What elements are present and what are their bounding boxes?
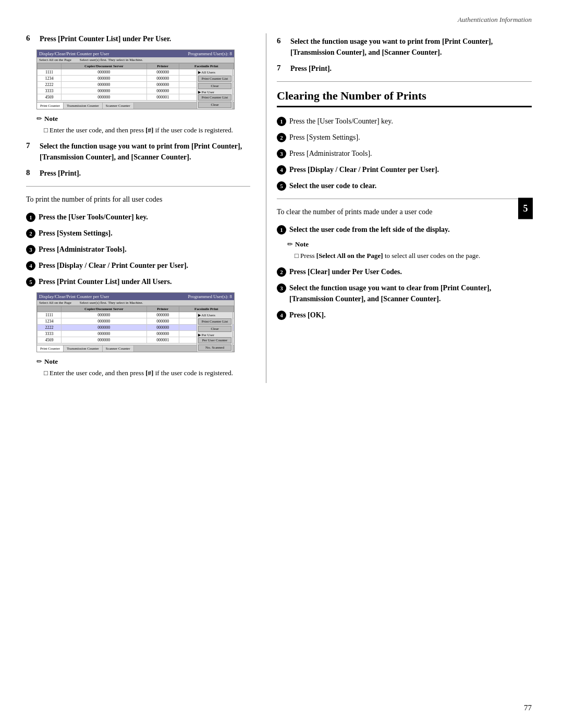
right-step-6-text: Select the function usage you want to pr… bbox=[290, 36, 532, 58]
note-box-2: ✏ Note Enter the user code, and then pre… bbox=[36, 357, 250, 378]
left-sub-step-4: 4 Press [Display / Clear / Print Counter… bbox=[26, 260, 250, 271]
right-step-7-number: 7 bbox=[277, 64, 288, 72]
note-text-right: Press [Select All on the Page] to select… bbox=[287, 251, 532, 261]
right-main-step-4: 4 Press [Display / Clear / Print Counter… bbox=[277, 164, 532, 175]
ui-screenshot-1: Display/Clear/Print Counter per User Pro… bbox=[36, 50, 235, 109]
right-sub-3-num: 3 bbox=[277, 283, 286, 293]
step-6-block: 6 Press [Print Counter List] under Per U… bbox=[26, 33, 250, 109]
left-sub-step-1-num: 1 bbox=[26, 213, 35, 222]
note-icon-right: ✏ bbox=[287, 240, 293, 249]
left-sub-step-5-text: Press [Print Counter List] under All Use… bbox=[39, 276, 172, 287]
note-label-right: Note bbox=[295, 240, 309, 249]
note-text-2: Enter the user code, and then press [#] … bbox=[36, 368, 250, 378]
right-step-7-text: Press [Print]. bbox=[290, 63, 332, 74]
right-main-step-3-num: 3 bbox=[277, 149, 286, 158]
right-step-6: 6 Select the function usage you want to … bbox=[277, 36, 532, 58]
right-main-step-3: 3 Press [Administrator Tools]. bbox=[277, 148, 532, 159]
right-sub-1-num: 1 bbox=[277, 225, 286, 235]
tab-label: 5 bbox=[518, 198, 533, 219]
left-sub-step-4-num: 4 bbox=[26, 261, 35, 270]
right-sub-3-text: Select the function usage you want to cl… bbox=[289, 282, 532, 304]
left-sub-step-5: 5 Press [Print Counter List] under All U… bbox=[26, 276, 250, 287]
left-sub-step-4-text: Press [Display / Clear / Print Counter p… bbox=[39, 260, 188, 271]
main-content: 6 Press [Print Counter List] under Per U… bbox=[0, 33, 563, 383]
right-main-step-5-text: Select the user code to clear. bbox=[289, 180, 376, 191]
right-main-step-2: 2 Press [System Settings]. bbox=[277, 132, 532, 143]
note-box-1: ✏ Note Enter the user code, and then pre… bbox=[36, 115, 250, 135]
right-main-step-2-num: 2 bbox=[277, 133, 286, 142]
note-header-right: ✏ Note bbox=[287, 240, 532, 249]
left-sub-step-2-text: Press [System Settings]. bbox=[39, 228, 113, 239]
right-sub-2-text: Press [Clear] under Per User Codes. bbox=[289, 266, 402, 277]
left-column: 6 Press [Print Counter List] under Per U… bbox=[26, 33, 266, 383]
note-label-1: Note bbox=[44, 115, 58, 123]
step-8: 8 Press [Print]. bbox=[26, 168, 250, 179]
page-header: Authentication Information bbox=[0, 16, 563, 24]
right-sub-1: 1 Select the user code from the left sid… bbox=[277, 224, 532, 235]
page-number: 77 bbox=[524, 704, 532, 712]
info-block-right: To clear the number of prints made under… bbox=[277, 206, 532, 218]
right-main-step-5: 5 Select the user code to clear. bbox=[277, 180, 532, 191]
step-8-text: Press [Print]. bbox=[40, 168, 81, 179]
left-sub-step-3-text: Press [Administrator Tools]. bbox=[39, 244, 127, 255]
ui-sidebar-1: ▶ All Users Print Counter List Clear ▶ P… bbox=[197, 69, 233, 109]
left-sub-step-2: 2 Press [System Settings]. bbox=[26, 228, 250, 239]
note-header-1: ✏ Note bbox=[36, 115, 250, 123]
right-main-step-1: 1 Press the [User Tools/Counter] key. bbox=[277, 116, 532, 127]
right-sub-2-num: 2 bbox=[277, 267, 286, 277]
step-7: 7 Select the function usage you want to … bbox=[26, 141, 250, 163]
right-sub-1-text: Select the user code from the left side … bbox=[289, 224, 450, 235]
step-6-number: 6 bbox=[26, 34, 38, 43]
note-icon-1: ✏ bbox=[36, 115, 42, 123]
left-sub-step-1-text: Press the [User Tools/Counter] key. bbox=[39, 212, 148, 223]
ui-sidebar-2: ▶ All Users Print Counter List Clear ▶ P… bbox=[197, 312, 233, 352]
right-main-step-1-text: Press the [User Tools/Counter] key. bbox=[289, 116, 393, 127]
note-icon-2: ✏ bbox=[36, 357, 42, 366]
left-sub-step-2-num: 2 bbox=[26, 229, 35, 238]
right-main-step-5-num: 5 bbox=[277, 181, 286, 191]
right-main-step-3-text: Press [Administrator Tools]. bbox=[289, 148, 372, 159]
right-sub-2: 2 Press [Clear] under Per User Codes. bbox=[277, 266, 532, 277]
right-main-step-1-num: 1 bbox=[277, 117, 286, 126]
note-header-2: ✏ Note bbox=[36, 357, 250, 366]
right-sub-4-text: Press [OK]. bbox=[289, 310, 326, 320]
ui-screenshot-2: Display/Clear/Print Counter per User Pro… bbox=[36, 292, 235, 352]
separator-1 bbox=[26, 186, 250, 187]
ui-title-bar-1: Display/Clear/Print Counter per User Pro… bbox=[37, 50, 234, 57]
header-title: Authentication Information bbox=[458, 16, 532, 24]
separator-right-mid bbox=[277, 199, 532, 199]
step-7-number: 7 bbox=[26, 141, 38, 150]
right-main-step-4-num: 4 bbox=[277, 165, 286, 175]
note-box-right: ✏ Note Press [Select All on the Page] to… bbox=[287, 240, 532, 261]
right-main-step-2-text: Press [System Settings]. bbox=[289, 132, 360, 143]
ui-title-bar-2: Display/Clear/Print Counter per User Pro… bbox=[37, 293, 234, 300]
step-6: 6 Press [Print Counter List] under Per U… bbox=[26, 33, 250, 44]
right-sub-4-num: 4 bbox=[277, 311, 286, 320]
left-sub-step-3-num: 3 bbox=[26, 245, 35, 254]
right-main-step-4-text: Press [Display / Clear / Print Counter p… bbox=[289, 164, 439, 175]
ui-toolbar-2: Select All on the Page Select user(s) fi… bbox=[37, 300, 234, 306]
note-text-1: Enter the user code, and then press [#] … bbox=[36, 125, 250, 135]
right-step-6-number: 6 bbox=[277, 36, 288, 45]
info-block-left: To print the number of prints for all us… bbox=[26, 194, 250, 205]
step-6-text: Press [Print Counter List] under Per Use… bbox=[40, 33, 171, 44]
right-sub-3: 3 Select the function usage you want to … bbox=[277, 282, 532, 304]
section-heading: Clearing the Number of Prints bbox=[277, 89, 532, 107]
left-sub-step-3: 3 Press [Administrator Tools]. bbox=[26, 244, 250, 255]
right-column: 5 6 Select the function usage you want t… bbox=[266, 33, 532, 383]
left-sub-step-5-num: 5 bbox=[26, 277, 35, 287]
right-step-7: 7 Press [Print]. bbox=[277, 63, 532, 74]
note-label-2: Note bbox=[44, 357, 58, 366]
step-7-text: Select the function usage you want to pr… bbox=[40, 141, 250, 163]
ui-toolbar-1: Select All on the Page Select user(s) fi… bbox=[37, 57, 234, 63]
separator-right-top bbox=[277, 81, 532, 82]
page-container: Authentication Information 6 Press [Prin… bbox=[0, 0, 563, 728]
left-sub-step-1: 1 Press the [User Tools/Counter] key. bbox=[26, 212, 250, 223]
right-sub-4: 4 Press [OK]. bbox=[277, 310, 532, 320]
step-8-number: 8 bbox=[26, 168, 38, 177]
